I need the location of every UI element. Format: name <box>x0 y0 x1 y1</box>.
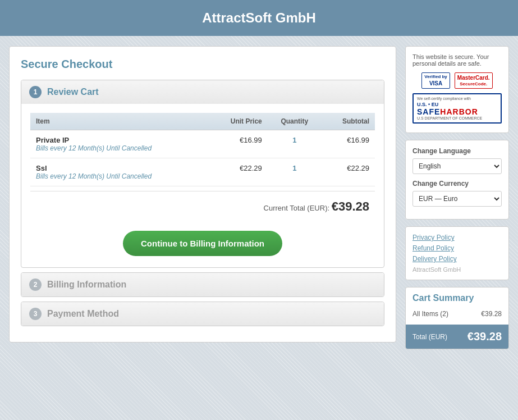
step1-title: Review Cart <box>47 87 99 97</box>
cart-item-row: Private IP Bills every 12 Month(s) Until… <box>30 130 375 158</box>
security-box: This website is secure. Your personal de… <box>405 46 509 133</box>
step1-header: 1 Review Cart <box>21 80 384 104</box>
cart-summary-items-label: All Items (2) <box>412 310 448 318</box>
step2-number: 2 <box>29 279 42 291</box>
cart-item-row: Ssl Bills every 12 Month(s) Until Cancel… <box>30 158 375 186</box>
continue-btn-wrapper: Continue to Billing Information <box>30 222 375 258</box>
refund-policy-link[interactable]: Refund Policy <box>412 244 502 252</box>
language-label: Change Language <box>412 147 502 155</box>
cart-summary-total-row: Total (EUR) €39.28 <box>406 325 508 349</box>
delivery-policy-link[interactable]: Delivery Policy <box>412 255 502 263</box>
mastercard-secure-logo: MasterCard. SecureCode. <box>455 72 493 89</box>
step-review-cart: 1 Review Cart Item Unit Price Quantity S… <box>21 80 384 268</box>
security-text: This website is secure. Your personal de… <box>412 53 502 67</box>
language-currency-box: Change Language English German French Sp… <box>405 140 509 220</box>
safeharbor-big-text: SAFEHARBOR <box>417 107 497 116</box>
cart-item-name: Ssl <box>36 164 202 172</box>
col-quantity: Quantity <box>268 113 322 130</box>
cart-summary-title: Cart Summary <box>406 287 508 307</box>
security-logos: Verified by VISA MasterCard. SecureCode. <box>412 72 502 89</box>
total-label: Current Total (EUR): <box>264 204 330 212</box>
safeharbor-box: We self-certify compliance with U.S. • E… <box>412 93 502 124</box>
cart-item-qty[interactable]: 1 <box>268 130 322 158</box>
company-name: AttractSoft GmbH <box>412 266 502 273</box>
cart-item-name-cell: Private IP Bills every 12 Month(s) Until… <box>30 130 208 158</box>
safeharbor-label: We self-certify compliance with <box>417 97 497 101</box>
step3-number: 3 <box>29 308 42 320</box>
cart-item-price: €22.29 <box>208 158 267 186</box>
quantity-link[interactable]: 1 <box>292 164 296 172</box>
main-layout: Secure Checkout 1 Review Cart Item Unit … <box>0 46 518 358</box>
links-box: Privacy Policy Refund Policy Delivery Po… <box>405 226 509 280</box>
currency-label: Change Currency <box>412 180 502 188</box>
total-amount: €39.28 <box>332 199 369 213</box>
checkout-area: Secure Checkout 1 Review Cart Item Unit … <box>9 46 396 343</box>
cart-summary-box: Cart Summary All Items (2) €39.28 Total … <box>405 287 509 349</box>
step3-header: 3 Payment Method <box>21 302 384 326</box>
page-title: AttractSoft GmbH <box>10 10 508 26</box>
cart-item-subtotal: €16.99 <box>322 130 375 158</box>
step2-header: 2 Billing Information <box>21 273 384 296</box>
cart-item-subtotal: €22.29 <box>322 158 375 186</box>
safeharbor-sub: U.S DEPARTMENT OF COMMERCE <box>417 116 497 120</box>
currency-select[interactable]: EUR — Euro USD — Dollar GBP — Pound <box>412 191 502 207</box>
col-unit-price: Unit Price <box>208 113 267 130</box>
step2-title: Billing Information <box>47 280 126 290</box>
quantity-link[interactable]: 1 <box>292 136 296 144</box>
cart-summary-total-label: Total (EUR) <box>412 333 447 341</box>
step-payment: 3 Payment Method <box>21 302 384 326</box>
visa-verified-logo: Verified by VISA <box>421 72 450 89</box>
cart-table: Item Unit Price Quantity Subtotal Privat… <box>30 113 375 186</box>
continue-to-billing-button[interactable]: Continue to Billing Information <box>123 231 282 256</box>
page-header: AttractSoft GmbH <box>0 0 518 36</box>
step1-number: 1 <box>29 86 42 98</box>
cart-item-billing: Bills every 12 Month(s) Until Cancelled <box>36 144 202 152</box>
safeharbor-us-eu: U.S. • EU <box>417 102 438 107</box>
cart-summary-items-row: All Items (2) €39.28 <box>406 307 508 321</box>
secure-checkout-title: Secure Checkout <box>21 58 384 71</box>
cart-item-name: Private IP <box>36 136 202 144</box>
cart-total-row: Current Total (EUR): €39.28 <box>30 191 375 222</box>
col-item: Item <box>30 113 208 130</box>
cart-item-name-cell: Ssl Bills every 12 Month(s) Until Cancel… <box>30 158 208 186</box>
cart-item-qty[interactable]: 1 <box>268 158 322 186</box>
cart-item-billing: Bills every 12 Month(s) Until Cancelled <box>36 172 202 180</box>
cart-summary-items-amount: €39.28 <box>481 310 502 318</box>
language-select[interactable]: English German French Spanish <box>412 158 502 174</box>
step3-title: Payment Method <box>47 309 119 319</box>
cart-summary-total-amount: €39.28 <box>467 330 502 343</box>
sidebar: This website is secure. Your personal de… <box>405 46 509 349</box>
step-billing: 2 Billing Information <box>21 272 384 297</box>
privacy-policy-link[interactable]: Privacy Policy <box>412 234 502 241</box>
col-subtotal: Subtotal <box>322 113 375 130</box>
cart-item-price: €16.99 <box>208 130 267 158</box>
step1-body: Item Unit Price Quantity Subtotal Privat… <box>21 104 384 267</box>
